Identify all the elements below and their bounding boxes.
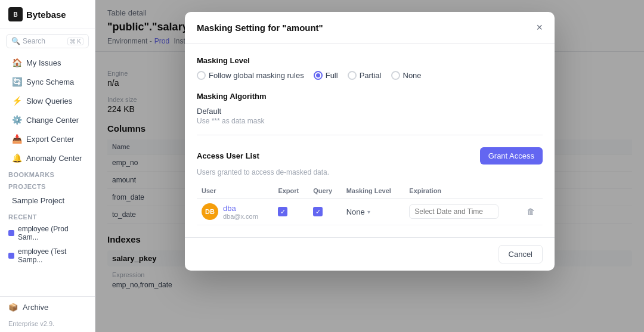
sidebar-item-change-center[interactable]: ⚙️ Change Center (4, 111, 91, 129)
masking-level-cell: None ▾ (342, 198, 405, 225)
radio-label-partial: Partial (360, 71, 382, 80)
grant-access-button[interactable]: Grant Access (480, 147, 543, 165)
radio-circle-none (391, 71, 400, 80)
access-table-row: DB dba dba@x.com ✓ (197, 198, 543, 225)
delete-cell: 🗑 (519, 198, 543, 225)
access-col-export: Export (273, 184, 308, 198)
query-checkbox[interactable]: ✓ (313, 207, 323, 216)
user-name[interactable]: dba (223, 204, 258, 213)
access-col-masking: Masking Level (342, 184, 405, 198)
recent-item-employee-test[interactable]: employee (Test Samp... (0, 244, 95, 267)
masking-level-select[interactable]: None ▾ (346, 207, 400, 216)
chevron-down-icon: ▾ (367, 209, 370, 215)
search-kbd: ⌘ K (67, 38, 83, 45)
radio-circle-follow (197, 71, 206, 80)
export-cell: ✓ (273, 198, 308, 225)
archive-icon: 📦 (8, 303, 18, 312)
modal-title: Masking Setting for "amount" (197, 23, 323, 33)
bookmarks-section: Bookmarks (0, 167, 95, 179)
masking-level-heading: Masking Level (197, 56, 543, 65)
recent-section: Recent (0, 210, 95, 222)
radio-full[interactable]: Full (314, 71, 338, 80)
radio-circle-full (314, 71, 323, 80)
anomaly-icon: 🔔 (12, 153, 21, 163)
access-col-query: Query (308, 184, 341, 198)
sidebar: B Bytebase 🔍 Search ⌘ K 🏠 My Issues 🔄 Sy… (0, 0, 95, 332)
access-col-user: User (197, 184, 273, 198)
radio-circle-partial (348, 71, 357, 80)
main-content: Table detail "public"."salary" Environme… (95, 0, 644, 332)
version-number: v2.9. (40, 320, 54, 327)
recent-label-2: employee (Test Samp... (18, 247, 86, 264)
access-user-section: Access User List Grant Access Users gran… (197, 147, 543, 225)
archive-label: Archive (23, 303, 48, 312)
recent-icon-2 (8, 253, 14, 259)
radio-label-follow: Follow global masking rules (209, 71, 304, 80)
algorithm-desc: Use *** as data mask (197, 117, 543, 125)
sidebar-logo: B Bytebase (0, 0, 95, 29)
sidebar-label-sync-schema: Sync Schema (26, 77, 74, 86)
change-center-icon: ⚙️ (12, 115, 21, 125)
sidebar-item-sync-schema[interactable]: 🔄 Sync Schema (4, 73, 91, 91)
query-cell: ✓ (308, 198, 341, 225)
app-name: Bytebase (26, 10, 66, 20)
sidebar-label-slow-queries: Slow Queries (26, 97, 72, 106)
algorithm-heading: Masking Algorithm (197, 92, 543, 101)
delete-row-icon[interactable]: 🗑 (527, 207, 535, 216)
expiration-input[interactable] (409, 204, 499, 219)
slow-queries-icon: ⚡ (12, 96, 21, 106)
recent-icon-1 (8, 230, 14, 236)
modal-header: Masking Setting for "amount" × (185, 12, 555, 44)
sidebar-bottom: 📦 Archive Enterprise v2.9. (0, 296, 95, 332)
radio-follow-global[interactable]: Follow global masking rules (197, 71, 304, 80)
modal-body: Masking Level Follow global masking rule… (185, 44, 555, 237)
masking-level-section: Masking Level Follow global masking rule… (197, 56, 543, 80)
sidebar-item-sample-project[interactable]: Sample Project (4, 192, 91, 209)
app-logo-icon: B (8, 7, 23, 21)
recent-item-employee-prod[interactable]: employee (Prod Sam... (0, 222, 95, 244)
user-avatar: DB (202, 203, 218, 220)
sidebar-item-export-center[interactable]: 📥 Export Center (4, 130, 91, 148)
sidebar-label-anomaly-center: Anomaly Center (26, 154, 82, 163)
radio-inner-full (316, 73, 320, 77)
user-info: DB dba dba@x.com (202, 203, 268, 220)
masking-setting-modal: Masking Setting for "amount" × Masking L… (185, 12, 555, 271)
close-button[interactable]: × (536, 21, 543, 34)
masking-level-radio-group: Follow global masking rules Full Parti (197, 71, 543, 80)
search-icon: 🔍 (11, 37, 20, 45)
sidebar-item-my-issues[interactable]: 🏠 My Issues (4, 54, 91, 72)
radio-none[interactable]: None (391, 71, 422, 80)
access-user-cell: DB dba dba@x.com (197, 198, 273, 225)
sidebar-version: Enterprise v2.9. (0, 318, 95, 332)
algorithm-name: Default (197, 107, 543, 116)
sidebar-label-change-center: Change Center (26, 116, 79, 125)
sidebar-label-export-center: Export Center (26, 135, 74, 144)
radio-label-full: Full (326, 71, 338, 80)
modal-footer: Cancel (185, 237, 555, 271)
home-icon: 🏠 (12, 58, 21, 67)
sidebar-item-anomaly-center[interactable]: 🔔 Anomaly Center (4, 149, 91, 167)
masking-level-value: None (346, 207, 365, 216)
user-details: dba dba@x.com (223, 204, 258, 220)
version-label: Enterprise (8, 320, 38, 327)
access-desc: Users granted to access de-masked data. (197, 168, 543, 176)
project-label: Sample Project (12, 196, 64, 205)
export-checkbox[interactable]: ✓ (278, 207, 287, 216)
sidebar-archive[interactable]: 📦 Archive (0, 297, 95, 318)
sidebar-search[interactable]: 🔍 Search ⌘ K (6, 34, 89, 48)
export-icon: 📥 (12, 134, 21, 144)
recent-label-1: employee (Prod Sam... (18, 225, 86, 241)
access-user-title: Access User List (197, 151, 259, 160)
access-col-expiration: Expiration (404, 184, 519, 198)
radio-label-none: None (403, 71, 422, 80)
access-user-header: Access User List Grant Access (197, 147, 543, 165)
cancel-button[interactable]: Cancel (499, 245, 543, 263)
sidebar-item-slow-queries[interactable]: ⚡ Slow Queries (4, 92, 91, 110)
modal-overlay: Masking Setting for "amount" × Masking L… (95, 0, 644, 332)
masking-algorithm-section: Masking Algorithm Default Use *** as dat… (197, 92, 543, 135)
sync-icon: 🔄 (12, 77, 21, 86)
radio-partial[interactable]: Partial (348, 71, 382, 80)
sidebar-label-my-issues: My Issues (26, 58, 61, 67)
user-email: dba@x.com (223, 213, 258, 220)
access-table: User Export Query Masking Level Expirati… (197, 184, 543, 225)
